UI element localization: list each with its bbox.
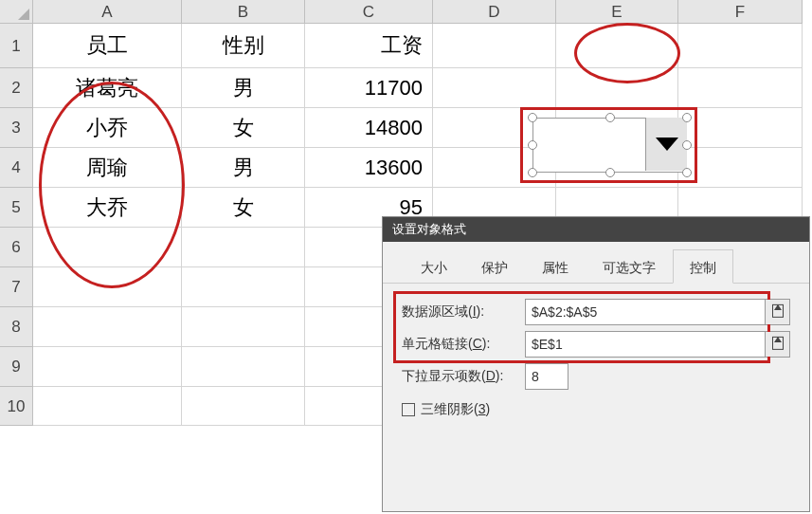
row-header-1[interactable]: 1	[0, 24, 33, 68]
tab-0[interactable]: 大小	[404, 249, 464, 284]
cell-C3[interactable]: 14800	[305, 108, 433, 148]
range-picker-icon[interactable]	[765, 300, 789, 324]
row-header-10[interactable]: 10	[0, 387, 33, 426]
dialog-title: 设置对象格式	[383, 217, 809, 242]
cell-A6[interactable]	[33, 228, 182, 267]
cell-B10[interactable]	[182, 387, 305, 426]
cell-A5[interactable]: 大乔	[33, 188, 182, 228]
cell-A8[interactable]	[33, 307, 182, 347]
row-header-9[interactable]: 9	[0, 347, 33, 387]
cell-C1[interactable]: 工资	[305, 24, 433, 68]
cell-D1[interactable]	[433, 24, 556, 68]
source-range-input[interactable]: $A$2:$A$5	[525, 299, 790, 325]
cell-B2[interactable]: 男	[182, 68, 305, 108]
dropdown-lines-input[interactable]: 8	[525, 363, 568, 390]
column-header-E[interactable]: E	[556, 0, 678, 24]
cell-link-input[interactable]: $E$1	[525, 331, 790, 358]
cell-F2[interactable]	[678, 68, 803, 108]
cell-C2[interactable]: 11700	[305, 68, 433, 108]
column-header-F[interactable]: F	[678, 0, 803, 24]
cell-D2[interactable]	[433, 68, 556, 108]
3d-shadow-checkbox[interactable]: 三维阴影(3)	[402, 401, 790, 418]
format-object-dialog: 设置对象格式 大小保护属性可选文字控制 数据源区域(I): $A$2:$A$5 …	[382, 216, 810, 512]
row-header-8[interactable]: 8	[0, 307, 33, 347]
row-header-3[interactable]: 3	[0, 108, 33, 148]
tab-4[interactable]: 控制	[673, 249, 733, 284]
cell-B6[interactable]	[182, 228, 305, 267]
cell-B8[interactable]	[182, 307, 305, 347]
column-header-A[interactable]: A	[33, 0, 182, 24]
dropdown-lines-label: 下拉显示项数(D):	[402, 368, 525, 385]
checkbox-icon	[402, 403, 415, 416]
cell-A3[interactable]: 小乔	[33, 108, 182, 148]
chevron-down-icon	[656, 138, 678, 151]
tab-3[interactable]: 可选文字	[586, 249, 673, 284]
column-header-D[interactable]: D	[433, 0, 556, 24]
combobox-dropdown-button[interactable]	[645, 118, 687, 171]
row-header-7[interactable]: 7	[0, 267, 33, 307]
cell-B9[interactable]	[182, 347, 305, 387]
row-header-6[interactable]: 6	[0, 228, 33, 267]
cell-B1[interactable]: 性别	[182, 24, 305, 68]
cell-B5[interactable]: 女	[182, 188, 305, 228]
cell-A7[interactable]	[33, 267, 182, 307]
cell-A9[interactable]	[33, 347, 182, 387]
cell-A2[interactable]: 诸葛亮	[33, 68, 182, 108]
cell-A1[interactable]: 员工	[33, 24, 182, 68]
dialog-tabs: 大小保护属性可选文字控制	[383, 249, 809, 284]
row-header-2[interactable]: 2	[0, 68, 33, 108]
cell-link-label: 单元格链接(C):	[402, 336, 525, 353]
column-header-C[interactable]: C	[305, 0, 433, 24]
cell-B7[interactable]	[182, 267, 305, 307]
cell-E1[interactable]	[556, 24, 678, 68]
cell-B4[interactable]: 男	[182, 148, 305, 188]
cell-E2[interactable]	[556, 68, 678, 108]
row-header-4[interactable]: 4	[0, 148, 33, 188]
cell-F4[interactable]	[678, 148, 803, 188]
cell-C4[interactable]: 13600	[305, 148, 433, 188]
source-range-label: 数据源区域(I):	[402, 303, 525, 321]
cell-A10[interactable]	[33, 387, 182, 426]
range-picker-icon[interactable]	[765, 332, 789, 357]
tab-2[interactable]: 属性	[525, 249, 586, 284]
tab-1[interactable]: 保护	[464, 249, 525, 284]
cell-A4[interactable]: 周瑜	[33, 148, 182, 188]
column-header-B[interactable]: B	[182, 0, 305, 24]
form-combobox[interactable]	[532, 118, 687, 173]
cell-B3[interactable]: 女	[182, 108, 305, 148]
row-header-5[interactable]: 5	[0, 188, 33, 228]
cell-F1[interactable]	[678, 24, 803, 68]
select-all-corner[interactable]	[0, 0, 33, 24]
cell-F3[interactable]	[678, 108, 803, 148]
